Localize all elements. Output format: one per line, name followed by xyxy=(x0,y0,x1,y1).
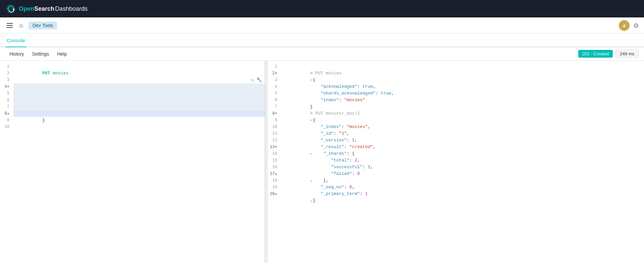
out-line-6: } xyxy=(281,97,644,104)
out-num-13: 13▾ xyxy=(268,144,281,150)
line-num-1: 1 xyxy=(0,63,13,70)
out-line-5: "index": "movies" xyxy=(281,90,644,97)
out-line-14: "total": 2, xyxy=(281,150,644,157)
code-line-1[interactable]: PUT movies xyxy=(13,63,265,70)
code-line-5[interactable]: "title": "Forrest Gump", xyxy=(13,90,265,97)
line-num-7: 7 xyxy=(0,104,13,110)
line-num-4: 4▾ xyxy=(0,83,13,90)
out-line-20: ▴} xyxy=(281,191,644,197)
out-line-8: ▾{ xyxy=(281,110,644,117)
line-num-3: 3 xyxy=(0,77,13,83)
out-num-14: 14 xyxy=(268,150,281,157)
secondary-nav-bar: ⌂ Dev Tools a ⊙ xyxy=(0,17,644,34)
out-line-2: ▾{ xyxy=(281,70,644,77)
hamburger-line-1 xyxy=(7,23,13,24)
opensearch-logo-icon xyxy=(5,3,16,14)
out-brace-close-20: } xyxy=(313,198,315,203)
menu-toggle-button[interactable] xyxy=(5,22,14,29)
out-num-15: 15 xyxy=(268,157,281,164)
run-icon[interactable]: ▷ xyxy=(252,77,254,83)
logo-dashboards: Dashboards xyxy=(55,5,88,12)
logo-search: Search xyxy=(34,5,54,12)
out-num-12: 12 xyxy=(268,137,281,144)
svg-point-2 xyxy=(13,9,15,10)
out-line-19: "_primary_term": 1 xyxy=(281,184,644,191)
logo: OpenSearch Dashboards xyxy=(5,3,88,14)
console-tab[interactable]: Console xyxy=(5,34,27,47)
line-num-2: 2 xyxy=(0,70,13,77)
nav-right-controls: a ⊙ xyxy=(619,20,639,31)
editor-container: 1 2 3 4▾ 5 6 7 8▴ 9 10 PUT movies xyxy=(0,61,644,263)
out-num-6: 6 xyxy=(268,97,281,104)
status-badge: 201 - Created xyxy=(578,50,613,58)
out-num-2: 2▾ xyxy=(268,70,281,77)
wrench-icon[interactable]: 🔧 xyxy=(256,77,262,83)
out-line-4: "shards_acknowledged": true, xyxy=(281,83,644,90)
history-button[interactable]: History xyxy=(5,50,28,58)
line-num-6: 6 xyxy=(0,97,13,104)
help-icon: ⊙ xyxy=(634,22,639,29)
out-line-17: ▴ }, xyxy=(281,171,644,177)
line-num-10: 10 xyxy=(0,124,13,130)
code-line-7[interactable]: "duration": "142" xyxy=(13,104,265,110)
out-num-11: 11 xyxy=(268,130,281,137)
output-code-content: # PUT movies ▾{ "acknowledged": true, "s… xyxy=(281,61,644,263)
code-line-8[interactable]: } xyxy=(13,110,265,117)
out-num-5: 5 xyxy=(268,90,281,97)
help-button[interactable]: ⊙ xyxy=(634,22,639,29)
code-line-9[interactable] xyxy=(13,117,265,124)
out-num-17: 17▴ xyxy=(268,171,281,177)
console-tab-area: Console xyxy=(0,34,644,47)
output-area: 1 2▾ 3 4 5 6 7 8▾ 9 10 11 12 13▾ 14 15 1… xyxy=(268,61,644,263)
out-num-4: 4 xyxy=(268,83,281,90)
settings-button[interactable]: Settings xyxy=(28,50,53,58)
out-num-18: 18 xyxy=(268,177,281,184)
editor-toolbar: History Settings Help 201 - Created 249 … xyxy=(0,47,644,61)
out-num-1: 1 xyxy=(268,63,281,70)
out-line-12: "_result": "created", xyxy=(281,137,644,144)
code-line-6[interactable]: "release_date": "1994-07-06", xyxy=(13,97,265,104)
out-line-10: "_id": "1", xyxy=(281,124,644,130)
code-area: 1 2 3 4▾ 5 6 7 8▴ 9 10 PUT movies xyxy=(0,61,265,263)
out-num-19: 19 xyxy=(268,184,281,191)
line-num-9: 9 xyxy=(0,117,13,124)
line-numbers: 1 2 3 4▾ 5 6 7 8▴ 9 10 xyxy=(0,61,13,263)
time-badge: 249 ms xyxy=(615,50,639,58)
out-num-16: 16 xyxy=(268,164,281,171)
out-num-8: 8▾ xyxy=(268,110,281,117)
code-line-10[interactable] xyxy=(13,124,265,130)
logo-open: Open xyxy=(19,5,34,12)
out-line-13: ▾ "_shards": { xyxy=(281,144,644,150)
top-navigation-bar: OpenSearch Dashboards xyxy=(0,0,644,17)
collapse-20[interactable]: ▴ xyxy=(310,199,312,203)
user-avatar[interactable]: a xyxy=(619,20,630,31)
pane-resize-handle[interactable]: ⋮ xyxy=(265,61,268,263)
out-num-9: 9 xyxy=(268,117,281,124)
gutter-icons: ▷ 🔧 xyxy=(252,77,262,83)
code-line-3[interactable]: PUT movies/_doc/1 ▷ 🔧 xyxy=(13,77,265,83)
logo-text: OpenSearch Dashboards xyxy=(19,5,88,12)
devtools-breadcrumb: Dev Tools xyxy=(29,21,57,29)
out-line-3: "acknowledged": true, xyxy=(281,77,644,83)
help-toolbar-button[interactable]: Help xyxy=(53,50,71,58)
out-num-7: 7 xyxy=(268,104,281,110)
output-pane: 1 2▾ 3 4 5 6 7 8▾ 9 10 11 12 13▾ 14 15 1… xyxy=(268,61,644,263)
code-line-4[interactable]: { xyxy=(13,83,265,90)
code-content[interactable]: PUT movies PUT movies/_doc/1 ▷ 🔧 { xyxy=(13,61,265,263)
editor-pane[interactable]: 1 2 3 4▾ 5 6 7 8▴ 9 10 PUT movies xyxy=(0,61,265,263)
out-num-3: 3 xyxy=(268,77,281,83)
out-line-18: "_seq_no": 0, xyxy=(281,177,644,184)
out-num-20: 20▴ xyxy=(268,191,281,197)
out-line-16: "failed": 0 xyxy=(281,164,644,171)
out-line-1: # PUT movies xyxy=(281,63,644,70)
home-button[interactable]: ⌂ xyxy=(17,20,26,30)
hamburger-line-2 xyxy=(7,25,13,26)
out-line-11: "_version": 1, xyxy=(281,130,644,137)
output-line-numbers: 1 2▾ 3 4 5 6 7 8▾ 9 10 11 12 13▾ 14 15 1… xyxy=(268,61,281,263)
out-line-7: # PUT movies/_doc/1 xyxy=(281,104,644,110)
out-line-9: "_index": "movies", xyxy=(281,117,644,124)
code-line-2[interactable] xyxy=(13,70,265,77)
line-num-8: 8▴ xyxy=(0,110,13,117)
svg-point-1 xyxy=(7,8,9,10)
out-num-10: 10 xyxy=(268,124,281,130)
